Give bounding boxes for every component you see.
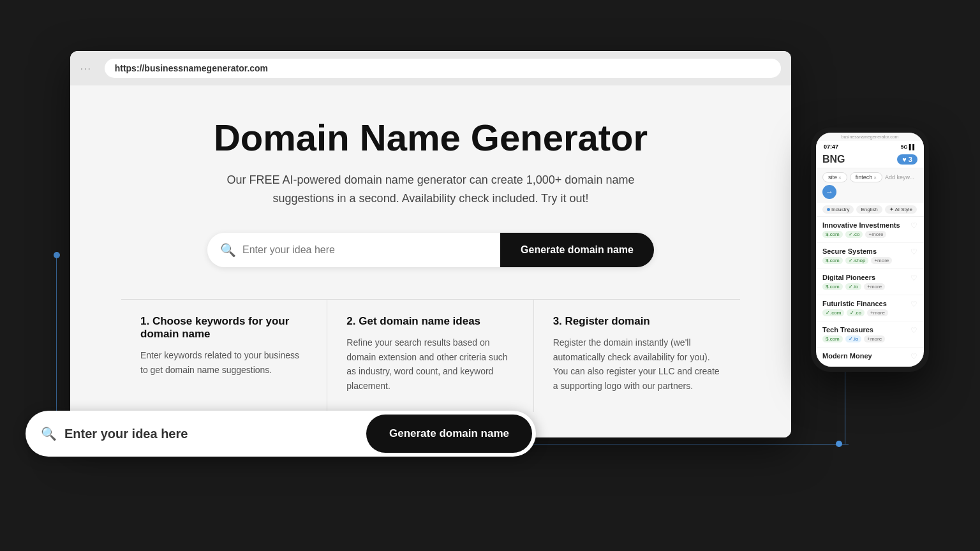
name-domains: ✓.com ✓.co +more (822, 309, 888, 316)
name-title: Futuristic Finances (822, 300, 888, 307)
domain-tag[interactable]: ✓.com (822, 309, 844, 316)
step-2-title: 2. Get domain name ideas (346, 315, 514, 328)
phone-signal: 5G ▌▌ (901, 144, 916, 150)
phone-mockup: businessnamegenerator.com 07:47 5G ▌▌ BN… (811, 128, 929, 372)
step-2-desc: Refine your search results based on doma… (346, 335, 514, 393)
domain-tag-more[interactable]: +more (865, 231, 886, 238)
name-item-content: Innovative Investments $.com ✓.co +more (822, 221, 900, 238)
phone-time: 07:47 (824, 143, 838, 150)
domain-tag[interactable]: $.com (822, 335, 843, 342)
phone-screen: businessnamegenerator.com 07:47 5G ▌▌ BN… (816, 133, 924, 367)
browser-url-input[interactable] (105, 59, 781, 78)
list-item: Secure Systems $.com ✓.shop +more ♡ (816, 243, 924, 269)
name-item-content: Futuristic Finances ✓.com ✓.co +more (822, 300, 888, 316)
domain-tag[interactable]: ✓.shop (845, 257, 869, 264)
name-title: Digital Pioneers (822, 274, 885, 281)
domain-tag[interactable]: $.com (822, 257, 843, 264)
domain-tag[interactable]: ✓.io (845, 335, 861, 342)
browser-menu-dots: ··· (80, 63, 92, 73)
phone-tag-fintech[interactable]: fintech × (850, 172, 882, 182)
main-search-bar: 🔍 Generate domain name (207, 233, 654, 267)
domain-tag[interactable]: $.com (822, 283, 843, 290)
floating-search-bar: 🔍 Enter your idea here Generate domain n… (26, 411, 536, 457)
corner-dot-top-left (54, 252, 60, 258)
favorite-icon[interactable]: ♡ (910, 326, 917, 335)
step-1-title: 1. Choose keywords for your domain name (140, 315, 308, 341)
domain-tag[interactable]: ✓.io (845, 283, 861, 290)
browser-toolbar: ··· (70, 51, 791, 85)
domain-tag-more[interactable]: +more (871, 257, 892, 264)
list-item: Tech Treasures $.com ✓.io +more ♡ (816, 321, 924, 348)
list-item: Modern Money ♡ (816, 348, 924, 367)
search-input-wrapper: 🔍 (207, 233, 500, 267)
name-title: Modern Money (822, 352, 872, 360)
phone-url-bar: businessnamegenerator.com (816, 133, 924, 141)
floating-search-icon: 🔍 (41, 426, 57, 441)
domain-tag[interactable]: $.com (822, 231, 843, 238)
name-item-content: Modern Money (822, 352, 872, 362)
floating-generate-button[interactable]: Generate domain name (366, 415, 532, 453)
phone-search-button[interactable]: → (822, 185, 836, 199)
page-title: Domain Name Generator (121, 117, 740, 158)
search-input[interactable] (242, 233, 487, 267)
phone-tag-site[interactable]: site × (822, 172, 847, 182)
name-title: Innovative Investments (822, 221, 900, 229)
phone-filter-ai-style[interactable]: ✦ AI Style (885, 205, 917, 214)
name-title: Tech Treasures (822, 326, 885, 334)
name-item-content: Digital Pioneers $.com ✓.io +more (822, 274, 885, 290)
phone-name-list: Innovative Investments $.com ✓.co +more … (816, 217, 924, 367)
phone-status-bar: 07:47 5G ▌▌ (816, 141, 924, 151)
domain-tag[interactable]: ✓.co (845, 231, 863, 238)
browser-content: Domain Name Generator Our FREE AI-powere… (70, 85, 791, 437)
steps-section: 1. Choose keywords for your domain name … (121, 299, 740, 412)
name-item-content: Tech Treasures $.com ✓.io +more (822, 326, 885, 342)
favorite-icon[interactable]: ♡ (910, 274, 917, 283)
search-icon: 🔍 (220, 242, 236, 258)
step-card-1: 1. Choose keywords for your domain name … (121, 299, 327, 412)
generate-domain-button[interactable]: Generate domain name (500, 233, 654, 267)
favorite-icon[interactable]: ♡ (910, 247, 917, 256)
name-domains: $.com ✓.co +more (822, 231, 900, 238)
phone-logo: BNG (822, 154, 845, 165)
floating-search-inner: 🔍 Enter your idea here (26, 414, 362, 454)
name-domains: $.com ✓.io +more (822, 283, 885, 290)
name-item-content: Secure Systems $.com ✓.shop +more (822, 247, 892, 264)
domain-tag-more[interactable]: +more (864, 283, 885, 290)
favorite-icon[interactable]: ♡ (910, 221, 917, 230)
list-item: Digital Pioneers $.com ✓.io +more ♡ (816, 269, 924, 295)
phone-header: BNG ♥ 3 (816, 151, 924, 168)
step-card-3: 3. Register domain Register the domain i… (534, 299, 740, 412)
guide-line-vertical-left (56, 252, 57, 411)
domain-tag[interactable]: ✓.co (847, 309, 865, 316)
step-3-desc: Register the domain instantly (we'll aut… (553, 335, 721, 393)
domain-tag-more[interactable]: +more (864, 335, 885, 342)
favorite-icon[interactable]: ♡ (910, 352, 917, 361)
domain-tag-more[interactable]: +more (867, 309, 888, 316)
phone-filter-language[interactable]: English (856, 205, 882, 214)
favorite-icon[interactable]: ♡ (910, 300, 917, 309)
page-subtitle: Our FREE AI-powered domain name generato… (214, 171, 648, 208)
name-title: Secure Systems (822, 247, 892, 255)
step-3-title: 3. Register domain (553, 315, 721, 328)
step-1-desc: Enter keywords related to your business … (140, 348, 308, 377)
phone-filter-industry[interactable]: Industry (822, 205, 854, 214)
floating-search-placeholder: Enter your idea here (64, 414, 188, 454)
browser-window: ··· Domain Name Generator Our FREE AI-po… (70, 51, 791, 437)
step-card-2: 2. Get domain name ideas Refine your sea… (327, 299, 533, 412)
phone-filters: Industry English ✦ AI Style (816, 203, 924, 217)
name-domains: $.com ✓.io +more (822, 335, 885, 342)
name-domains: $.com ✓.shop +more (822, 257, 892, 264)
phone-search-tags: site × fintech × Add keyw... → (816, 168, 924, 203)
phone-favorites-badge[interactable]: ♥ 3 (897, 154, 917, 165)
phone-add-keyword[interactable]: Add keyw... (885, 174, 917, 180)
list-item: Futuristic Finances ✓.com ✓.co +more ♡ (816, 295, 924, 321)
list-item: Innovative Investments $.com ✓.co +more … (816, 217, 924, 243)
